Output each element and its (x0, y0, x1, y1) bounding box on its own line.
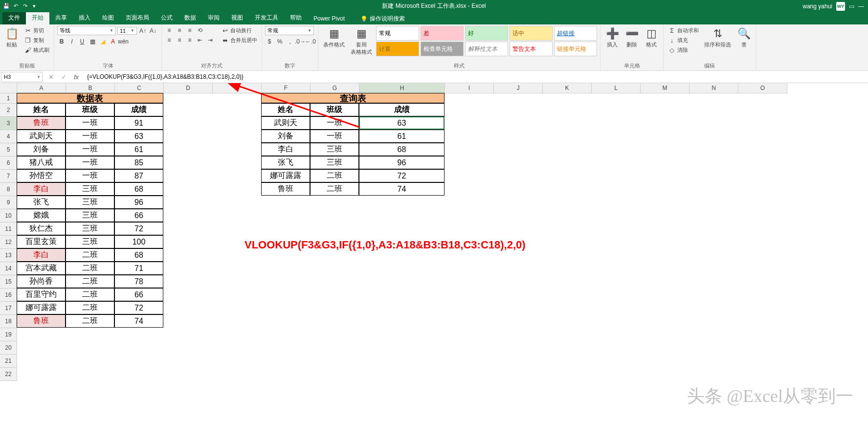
cell[interactable]: 一班 (66, 143, 114, 156)
spreadsheet-grid[interactable]: ABCDEFGHIJKLMNO 123456789101112131415161… (0, 83, 868, 423)
tab-help[interactable]: 帮助 (284, 11, 308, 24)
italic-button[interactable]: I (67, 37, 76, 46)
cell[interactable]: 二班 (66, 275, 114, 288)
style-neutral[interactable]: 适中 (510, 26, 553, 41)
wrap-text-button[interactable]: ↩自动换行 (220, 26, 259, 35)
row-header-2[interactable]: 2 (0, 104, 17, 117)
cell[interactable]: 二班 (66, 248, 114, 262)
row-header-10[interactable]: 10 (0, 209, 17, 223)
cell[interactable]: 二班 (66, 288, 114, 301)
tab-insert[interactable]: 插入 (73, 11, 96, 24)
tab-home[interactable]: 开始 (26, 11, 49, 24)
redo-icon[interactable]: ↷ (21, 2, 29, 10)
align-top-icon[interactable]: ≡ (165, 26, 174, 35)
cell[interactable]: 李白 (261, 143, 310, 156)
column-header-D[interactable]: D (164, 83, 213, 93)
column-header-E[interactable]: E (213, 83, 262, 93)
cell[interactable]: 68 (114, 248, 163, 262)
style-normal[interactable]: 常规 (376, 26, 419, 41)
format-as-table-button[interactable]: ▦套用 表格格式 (349, 26, 374, 57)
cell[interactable]: 武则天 (17, 130, 66, 143)
cell[interactable]: 72 (359, 169, 445, 182)
phonetic-button[interactable]: wén (119, 37, 128, 46)
tab-powerpivot[interactable]: Power Pivot (308, 13, 351, 24)
shrink-font-icon[interactable]: A↓ (149, 26, 157, 35)
cell[interactable]: 68 (359, 143, 445, 156)
column-header-L[interactable]: L (592, 83, 641, 93)
cell[interactable]: 孙尚香 (17, 275, 66, 288)
style-calc[interactable]: 计算 (376, 42, 419, 56)
style-bad[interactable]: 差 (421, 26, 464, 41)
name-box[interactable]: H3▼ (1, 72, 43, 82)
cell[interactable]: 78 (114, 275, 163, 288)
conditional-format-button[interactable]: ▦条件格式 (321, 26, 347, 49)
cell[interactable]: 二班 (66, 262, 114, 275)
cell[interactable]: 一班 (310, 130, 359, 143)
column-header-G[interactable]: G (311, 83, 359, 93)
cell[interactable]: 三班 (66, 235, 114, 248)
cell[interactable]: 二班 (310, 182, 359, 196)
cell[interactable]: 三班 (66, 222, 114, 235)
cell[interactable]: 63 (114, 130, 163, 143)
style-explanatory[interactable]: 解释性文本 (465, 42, 508, 56)
bold-button[interactable]: B (57, 37, 66, 46)
cell[interactable]: 96 (114, 196, 163, 209)
minimize-icon[interactable]: — (858, 3, 864, 10)
undo-icon[interactable]: ↶ (12, 2, 20, 10)
cell[interactable]: 100 (114, 235, 163, 248)
style-check[interactable]: 检查单元格 (421, 42, 464, 56)
insert-cells-button[interactable]: ➕插入 (603, 26, 621, 49)
merge-center-button[interactable]: ⬌合并后居中 (220, 36, 259, 45)
format-cells-button[interactable]: ◫格式 (643, 26, 660, 49)
indent-inc-icon[interactable]: ⇥ (206, 36, 215, 45)
cell[interactable]: 狄仁杰 (17, 222, 66, 235)
cell[interactable]: 二班 (66, 301, 114, 314)
column-header-F[interactable]: F (262, 83, 311, 93)
cell[interactable]: 张飞 (17, 196, 66, 209)
cell[interactable]: 85 (114, 156, 163, 169)
align-right-icon[interactable]: ≡ (185, 36, 194, 45)
cell[interactable]: 三班 (66, 182, 114, 196)
tab-devtools[interactable]: 开发工具 (249, 11, 284, 24)
cell[interactable]: 74 (114, 314, 163, 328)
fill-button[interactable]: ↓填充 (667, 36, 700, 45)
column-header-I[interactable]: I (445, 83, 494, 93)
delete-cells-button[interactable]: ➖删除 (623, 26, 641, 49)
cell[interactable]: 96 (359, 156, 445, 169)
cell[interactable]: 一班 (66, 169, 114, 182)
clear-button[interactable]: ◇清除 (667, 45, 700, 54)
style-good[interactable]: 好 (465, 26, 508, 41)
column-header-J[interactable]: J (494, 83, 543, 93)
cell[interactable]: 三班 (66, 209, 114, 222)
tab-formulas[interactable]: 公式 (155, 11, 178, 24)
cell[interactable]: 鲁班 (17, 314, 66, 328)
row-header-12[interactable]: 12 (0, 236, 17, 249)
cell[interactable]: 姓名 (17, 103, 66, 116)
formula-input[interactable]: {=VLOOKUP(F3&G3,IF({1,0},A3:A18&B3:B18,C… (85, 73, 868, 80)
cell[interactable]: 李白 (17, 182, 66, 196)
row-header-7[interactable]: 7 (0, 170, 17, 183)
cell[interactable]: 宫本武藏 (17, 262, 66, 275)
cell[interactable]: 百里守约 (17, 288, 66, 301)
cell[interactable]: 91 (114, 116, 163, 130)
cell[interactable]: 一班 (310, 116, 359, 130)
cell[interactable]: 鲁班 (261, 182, 310, 196)
cell[interactable]: 李白 (17, 248, 66, 262)
cell[interactable]: 一班 (66, 156, 114, 169)
save-icon[interactable]: 💾 (2, 2, 10, 10)
row-header-13[interactable]: 13 (0, 249, 17, 262)
align-bottom-icon[interactable]: ≡ (185, 26, 194, 35)
row-header-5[interactable]: 5 (0, 143, 17, 156)
cell[interactable]: 武则天 (261, 116, 310, 130)
underline-button[interactable]: U (78, 37, 87, 46)
cell[interactable]: 鲁班 (17, 116, 66, 130)
comma-icon[interactable]: , (286, 37, 294, 46)
row-header-16[interactable]: 16 (0, 289, 17, 302)
cell[interactable]: 61 (359, 130, 445, 143)
dec-decimal-icon[interactable]: ←.0 (306, 37, 315, 46)
tab-data[interactable]: 数据 (178, 11, 202, 24)
cell[interactable]: 班级 (310, 103, 359, 116)
copy-button[interactable]: ❐复制 (22, 36, 51, 45)
align-middle-icon[interactable]: ≡ (175, 26, 184, 35)
find-button[interactable]: 🔍查 (735, 26, 753, 49)
